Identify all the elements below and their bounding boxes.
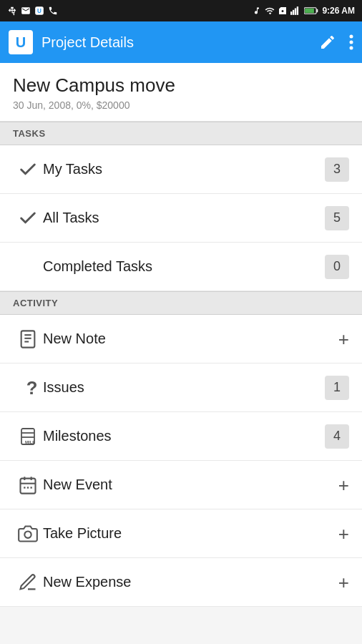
svg-rect-25 [24,487,25,488]
more-icon [349,34,353,51]
project-title: New Campus move [13,74,349,97]
new-note-plus-icon: + [338,330,349,348]
mail-icon [21,6,31,16]
my-tasks-badge: 3 [325,157,349,182]
new-expense-item[interactable]: New Expense + [0,558,362,607]
milestones-badge: 4 [325,424,349,449]
svg-rect-26 [27,487,29,488]
svg-rect-12 [21,331,35,347]
svg-rect-21 [21,478,36,493]
milestones-label: Milestones [43,428,325,444]
svg-rect-2 [290,11,292,15]
project-meta: 30 Jun, 2008, 0%, $20000 [13,99,349,111]
app-bar-actions [319,34,353,51]
calendar-icon [13,475,43,495]
tasks-section-header: TASKS [0,122,362,145]
status-bar: U 9:26 AM [0,0,362,21]
new-event-item[interactable]: New Event + [0,461,362,509]
take-picture-label: Take Picture [43,525,338,542]
time-display: 9:26 AM [322,6,355,16]
phone-icon [48,6,58,16]
sim-icon [278,6,287,15]
svg-rect-27 [31,487,32,488]
signal-icon [290,6,300,15]
app-bar-title: Project Details [41,34,319,51]
status-bar-left: U [7,6,58,16]
activity-section-header: ACTIVITY [0,291,362,315]
project-header: New Campus move 30 Jun, 2008, 0%, $20000 [0,63,362,122]
issues-label: Issues [43,379,325,396]
new-note-label: New Note [43,331,338,347]
svg-rect-7 [317,9,318,12]
check-icon-my-tasks [13,160,43,180]
completed-tasks-badge: 0 [325,255,349,279]
my-tasks-item[interactable]: My Tasks 3 [0,145,362,194]
my-tasks-label: My Tasks [43,161,325,177]
svg-rect-4 [295,9,296,15]
all-tasks-item[interactable]: All Tasks 5 [0,194,362,243]
completed-tasks-label: Completed Tasks [43,258,325,275]
battery-icon [304,6,318,15]
milestones-item[interactable]: MILE Milestones 4 [0,412,362,461]
all-tasks-label: All Tasks [43,210,325,226]
issues-item[interactable]: ? Issues 1 [0,364,362,412]
check-icon-all-tasks [13,208,43,228]
music-icon [253,6,261,15]
new-expense-label: New Expense [43,574,338,590]
all-tasks-badge: 5 [325,206,349,230]
take-picture-plus-icon: + [338,525,349,543]
svg-point-11 [350,47,353,50]
issues-badge: 1 [325,376,349,400]
usb-icon [7,6,17,16]
svg-text:MILE: MILE [25,440,35,444]
expense-icon [13,572,43,592]
more-options-button[interactable] [349,34,353,51]
status-bar-right: 9:26 AM [253,6,355,16]
svg-rect-8 [305,9,314,13]
camera-icon [13,524,43,544]
milestone-icon: MILE [13,426,43,447]
svg-rect-5 [297,6,298,15]
u-badge-icon: U [34,6,44,16]
svg-point-10 [350,41,353,44]
svg-point-28 [24,531,31,537]
new-expense-plus-icon: + [338,573,349,592]
svg-rect-3 [293,10,294,15]
wifi-icon [265,6,275,16]
edit-icon [319,34,336,51]
new-event-plus-icon: + [338,476,349,494]
take-picture-item[interactable]: Take Picture + [0,509,362,558]
app-bar: U Project Details [0,21,362,63]
edit-button[interactable] [319,34,336,51]
completed-tasks-item[interactable]: Completed Tasks 0 [0,243,362,291]
new-note-item[interactable]: New Note + [0,315,362,364]
new-event-label: New Event [43,477,338,493]
svg-text:?: ? [26,378,38,398]
note-icon [13,329,43,349]
issues-icon: ? [13,378,43,398]
svg-point-9 [350,35,353,39]
app-logo[interactable]: U [9,30,33,54]
svg-text:U: U [37,8,41,14]
logo-letter: U [16,34,26,51]
